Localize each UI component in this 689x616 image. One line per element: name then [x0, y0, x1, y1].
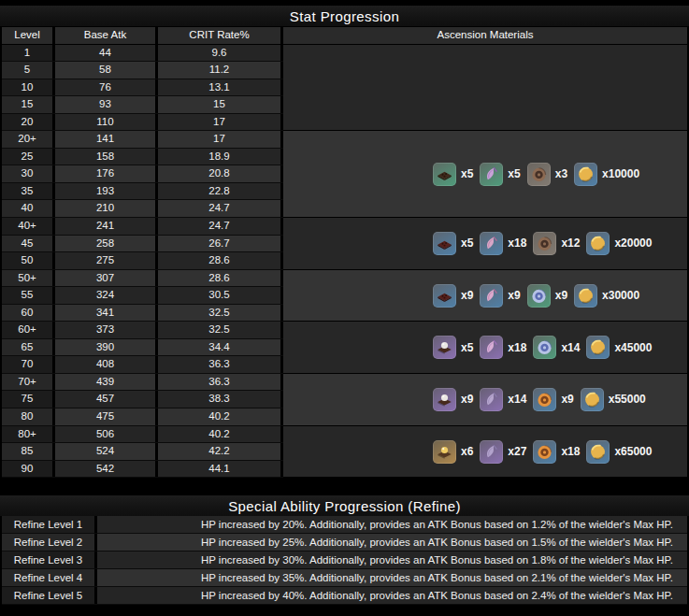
whirl-material-icon	[533, 440, 556, 464]
mora-icon	[586, 232, 610, 255]
crit-rate-cell: 28.6	[158, 252, 280, 269]
material-quantity: x55000	[609, 393, 646, 406]
material-item: x18	[533, 440, 580, 464]
material-item: x65000	[586, 440, 652, 464]
crit-rate-cell: 11.2	[158, 62, 280, 79]
ascension-material-group: x9x9x9x30000	[283, 270, 687, 322]
mist-grass-material-icon	[480, 388, 503, 411]
material-item: x20000	[586, 232, 652, 255]
level-cell: 80	[2, 408, 52, 425]
refine-level-label: Refine Level 2	[2, 534, 94, 551]
refine-row: Refine Level 2HP increased by 25%. Addit…	[2, 534, 687, 552]
mora-icon	[574, 163, 597, 186]
column-header-level: Level	[2, 27, 52, 44]
mist-grass-material-icon	[480, 163, 503, 186]
refine-description: HP increased by 25%. Additionally, provi…	[97, 534, 687, 551]
base-atk-cell: 193	[55, 183, 155, 200]
elixir-material-icon	[433, 388, 456, 411]
whirl-material-icon	[533, 336, 556, 359]
crit-rate-cell: 44.1	[158, 461, 280, 478]
material-item: x5	[433, 336, 473, 359]
material-quantity: x18	[561, 445, 580, 458]
level-cell: 70	[2, 356, 52, 373]
crit-rate-cell: 42.2	[158, 443, 280, 460]
base-atk-cell: 258	[55, 236, 155, 252]
mist-grass-material-icon	[480, 232, 503, 255]
whirl-material-icon	[533, 232, 556, 255]
crit-rate-cell: 36.3	[158, 374, 280, 391]
material-quantity: x14	[508, 393, 526, 406]
level-cell: 60+	[2, 322, 52, 338]
refine-level-label: Refine Level 4	[2, 569, 94, 586]
base-atk-cell: 408	[55, 356, 155, 373]
base-atk-cell: 158	[55, 149, 155, 165]
level-cell: 15	[2, 96, 52, 113]
crit-rate-cell: 24.7	[158, 200, 280, 217]
material-item: x5	[433, 232, 473, 255]
material-item: x3	[527, 163, 567, 186]
base-atk-cell: 506	[55, 426, 155, 443]
material-item: x10000	[574, 163, 639, 186]
base-atk-cell: 542	[55, 461, 155, 478]
crit-rate-cell: 9.6	[158, 45, 280, 62]
level-cell: 25	[2, 149, 52, 165]
base-atk-cell: 475	[55, 408, 155, 425]
base-atk-cell: 176	[55, 165, 155, 182]
material-quantity: x65000	[614, 445, 652, 458]
crit-rate-cell: 17	[158, 131, 280, 148]
mora-icon	[574, 284, 597, 308]
refine-description: HP increased by 40%. Additionally, provi…	[97, 587, 687, 604]
crit-rate-cell: 40.2	[158, 408, 280, 425]
ascension-material-group	[283, 45, 687, 132]
base-atk-cell: 141	[55, 131, 155, 148]
material-quantity: x6	[461, 445, 473, 458]
elixir-material-icon	[433, 163, 456, 186]
material-quantity: x9	[555, 289, 567, 302]
refine-description: HP increased by 35%. Additionally, provi…	[97, 569, 687, 586]
material-quantity: x9	[508, 289, 520, 302]
base-atk-cell: 390	[55, 339, 155, 356]
level-cell: 60	[2, 305, 52, 322]
whirl-material-icon	[527, 163, 551, 186]
crit-rate-cell: 15	[158, 96, 280, 113]
material-quantity: x3	[555, 167, 567, 180]
ascension-material-group: x9x14x9x55000	[283, 374, 687, 426]
material-item: x30000	[574, 284, 639, 308]
mist-grass-material-icon	[480, 336, 503, 359]
material-quantity: x18	[508, 341, 526, 354]
level-cell: 35	[2, 183, 52, 200]
mora-icon	[581, 388, 604, 411]
whirl-material-icon	[527, 284, 551, 308]
crit-rate-cell: 18.9	[158, 149, 280, 165]
material-item: x9	[433, 388, 473, 411]
ascension-material-group: x5x18x12x20000	[283, 218, 687, 270]
material-item: x5	[480, 163, 520, 186]
material-quantity: x18	[508, 236, 526, 250]
weapon-stats-page: Stat Progression Level Base Atk CRIT Rat…	[0, 0, 689, 616]
material-quantity: x45000	[614, 341, 652, 354]
level-cell: 65	[2, 339, 52, 356]
level-cell: 40+	[2, 218, 52, 235]
material-quantity: x9	[561, 393, 573, 406]
refine-row: Refine Level 4HP increased by 35%. Addit…	[2, 569, 687, 587]
page-title: Stat Progression	[290, 8, 399, 24]
ascension-materials-column: x5x5x3x10000x5x18x12x20000x9x9x9x30000x5…	[283, 45, 687, 479]
refine-description: HP increased by 30%. Additionally, provi…	[97, 552, 687, 568]
whirl-material-icon	[533, 388, 556, 411]
level-cell: 75	[2, 391, 52, 408]
crit-rate-cell: 22.8	[158, 183, 280, 200]
material-item: x5	[433, 163, 473, 186]
material-quantity: x30000	[602, 289, 639, 302]
crit-rate-cell: 28.6	[158, 270, 280, 287]
base-atk-cell: 110	[55, 114, 155, 131]
column-header-crit-rate: CRIT Rate%	[158, 27, 280, 44]
crit-rate-cell: 20.8	[158, 165, 280, 182]
ascension-material-group: x6x27x18x65000	[283, 426, 687, 479]
material-quantity: x9	[461, 289, 473, 302]
level-cell: 20	[2, 114, 52, 131]
base-atk-cell: 275	[55, 252, 155, 269]
crit-rate-cell: 34.4	[158, 339, 280, 356]
mora-icon	[586, 336, 610, 359]
material-quantity: x5	[461, 341, 473, 354]
base-atk-cell: 457	[55, 391, 155, 408]
